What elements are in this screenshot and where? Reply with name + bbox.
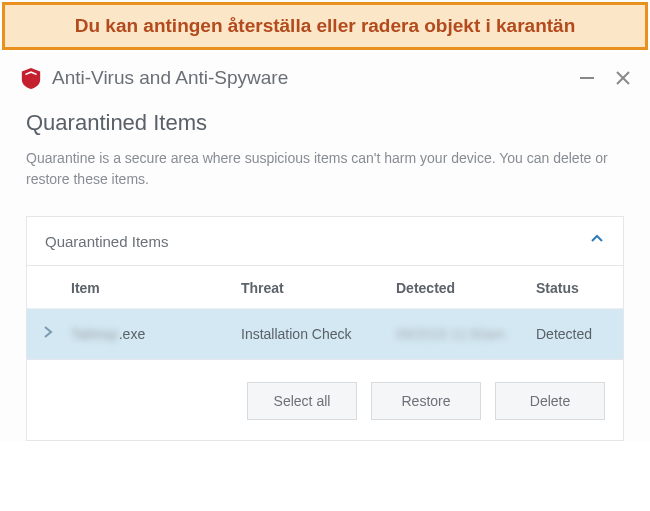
action-bar: Select all Restore Delete — [27, 360, 623, 440]
panel-header[interactable]: Quarantined Items — [27, 217, 623, 266]
annotation-banner: Du kan antingen återställa eller radera … — [2, 2, 648, 50]
page-description: Quarantine is a secure area where suspic… — [26, 148, 624, 190]
column-header-detected: Detected — [396, 280, 536, 296]
item-name-redacted: Tabtrap — [71, 326, 118, 342]
page-title: Quarantined Items — [26, 110, 624, 136]
window-controls — [578, 69, 632, 87]
column-header-threat: Threat — [241, 280, 396, 296]
quarantine-panel: Quarantined Items Item Threat Detected S… — [26, 216, 624, 441]
app-title: Anti-Virus and Anti-Spyware — [52, 67, 578, 89]
select-all-button[interactable]: Select all — [247, 382, 357, 420]
titlebar: Anti-Virus and Anti-Spyware — [0, 52, 650, 100]
chevron-right-icon — [41, 325, 61, 343]
table-row[interactable]: Tabtrap .exe Installation Check 09/2019 … — [27, 309, 623, 360]
cell-detected: 09/2019 11:50am — [396, 326, 536, 342]
mcafee-logo-icon — [20, 66, 42, 90]
annotation-text: Du kan antingen återställa eller radera … — [75, 15, 576, 36]
restore-button[interactable]: Restore — [371, 382, 481, 420]
column-header-item: Item — [71, 280, 241, 296]
content-area: Quarantined Items Quarantine is a secure… — [0, 100, 650, 441]
app-window: Anti-Virus and Anti-Spyware Quarantined … — [0, 52, 650, 441]
item-name-suffix: .exe — [119, 326, 145, 342]
column-header-status: Status — [536, 280, 605, 296]
close-button[interactable] — [614, 69, 632, 87]
cell-threat: Installation Check — [241, 326, 396, 342]
table-header: Item Threat Detected Status — [27, 266, 623, 309]
delete-button[interactable]: Delete — [495, 382, 605, 420]
cell-status: Detected — [536, 326, 605, 342]
cell-item: Tabtrap .exe — [71, 326, 241, 342]
minimize-button[interactable] — [578, 69, 596, 87]
chevron-up-icon — [589, 231, 605, 251]
panel-title: Quarantined Items — [45, 233, 168, 250]
